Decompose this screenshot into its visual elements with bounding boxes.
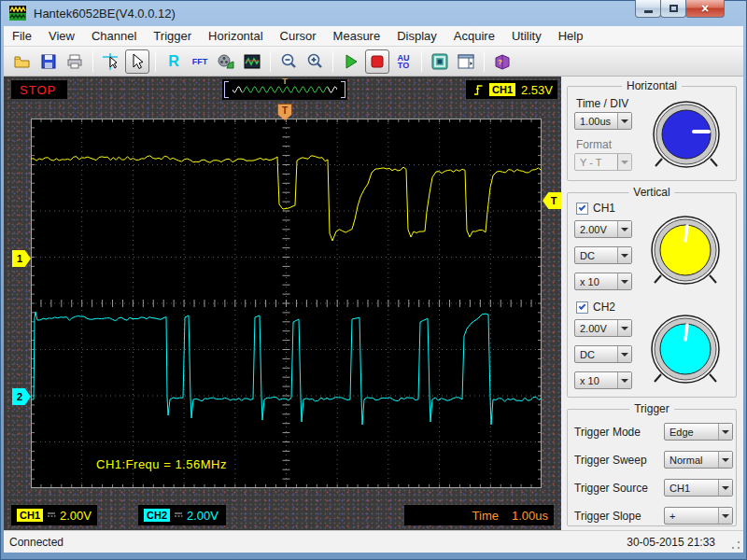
toolbar-separator <box>484 51 485 72</box>
trigger-slope-select[interactable]: + <box>664 507 733 525</box>
ch2-checkbox[interactable] <box>576 301 588 314</box>
menu-channel[interactable]: Channel <box>83 27 145 45</box>
minimize-button[interactable] <box>635 0 661 18</box>
chevron-down-icon <box>617 372 631 388</box>
ch1-readout: CH1 2.00V <box>11 505 97 525</box>
ch1-zero-marker[interactable]: 1 <box>12 250 31 267</box>
trigger-source-value: CH1 <box>669 483 690 494</box>
reference-button[interactable]: R <box>162 49 186 74</box>
save-icon <box>39 52 58 71</box>
toolbar: R FFT <box>4 47 743 77</box>
print-icon <box>65 52 84 71</box>
dc-coupling-icon <box>47 511 56 520</box>
fullscreen-button[interactable] <box>428 49 452 74</box>
fullscreen-icon <box>430 52 449 71</box>
ch2-volts-div: 2.00V <box>187 509 218 523</box>
time-div-label: Time / DIV <box>576 97 628 110</box>
waveform-display-button[interactable] <box>240 49 264 74</box>
menu-utility[interactable]: Utility <box>503 27 550 45</box>
help-button[interactable]: ? <box>490 49 514 74</box>
fft-icon: FFT <box>192 58 208 65</box>
time-div-value: 1.00us <box>580 116 611 127</box>
open-file-button[interactable] <box>10 49 35 74</box>
menu-trigger[interactable]: Trigger <box>145 27 200 45</box>
scope-grid-and-traces <box>31 119 542 488</box>
zoom-in-button[interactable] <box>303 49 327 74</box>
maximize-button[interactable] <box>660 0 686 18</box>
status-bar: Connected 30-05-2015 21:33 <box>4 530 743 553</box>
trigger-level-marker[interactable]: T <box>543 192 561 209</box>
preview-right-bracket-icon <box>341 81 345 98</box>
chevron-down-icon <box>617 346 631 362</box>
film-reel-icon <box>217 52 235 71</box>
preview-left-bracket-icon <box>224 81 229 98</box>
reference-icon: R <box>168 53 179 70</box>
menu-help[interactable]: Help <box>550 27 592 45</box>
record-button[interactable] <box>214 49 238 74</box>
ch1-position-knob[interactable] <box>649 214 722 287</box>
play-icon <box>342 52 360 71</box>
resize-grip-icon[interactable] <box>729 539 741 551</box>
ch2-zero-marker[interactable]: 2 <box>12 388 31 405</box>
menu-view[interactable]: View <box>40 27 83 45</box>
app-window: Hantek6052BE(V4.0.0.12) × File View Chan… <box>0 0 747 560</box>
ch2-probe-value: x 10 <box>580 375 599 386</box>
toolbar-separator <box>155 51 156 72</box>
window-layout-button[interactable] <box>454 49 478 74</box>
trigger-mode-select[interactable]: Edge <box>664 423 733 441</box>
trigger-slope-label: Trigger Slope <box>574 510 641 523</box>
menu-measure[interactable]: Measure <box>325 27 389 45</box>
connection-status: Connected <box>4 536 627 549</box>
fft-button[interactable]: FFT <box>188 49 212 74</box>
save-button[interactable] <box>36 49 61 74</box>
ch2-badge: CH2 <box>144 509 170 522</box>
ch1-probe-select[interactable]: x 10 <box>574 273 632 290</box>
select-arrow-button[interactable] <box>125 49 149 74</box>
menu-display[interactable]: Display <box>388 27 445 45</box>
horizontal-knob[interactable] <box>651 99 722 170</box>
menu-file[interactable]: File <box>4 27 40 45</box>
ch1-volts-select[interactable]: 2.00V <box>574 220 632 238</box>
time-value: 1.00us <box>512 509 548 523</box>
ch2-coupling-value: DC <box>580 349 595 360</box>
main-area: STOP T CH1 2.53V CH1:Frequ = 1.56MHz <box>4 77 743 530</box>
acquisition-status: STOP <box>20 83 56 97</box>
ch2-coupling-select[interactable]: DC <box>574 345 632 363</box>
dc-coupling-icon <box>174 511 183 520</box>
menu-acquire[interactable]: Acquire <box>445 27 503 45</box>
trigger-source-select[interactable]: CH1 <box>664 479 733 497</box>
close-button[interactable]: × <box>685 0 725 18</box>
menu-cursor[interactable]: Cursor <box>272 27 325 45</box>
toolbar-separator <box>332 51 333 72</box>
cursor-measure-button[interactable] <box>99 49 123 74</box>
toolbar-separator <box>92 51 93 72</box>
ch2-readout: CH2 2.00V <box>138 505 226 525</box>
preview-trigger-marker: T <box>282 77 288 86</box>
ch1-volts-div: 2.00V <box>60 509 92 523</box>
waveform-icon <box>243 52 261 71</box>
start-button[interactable] <box>339 49 363 74</box>
maximize-icon <box>669 5 678 12</box>
stop-square-icon <box>368 52 387 71</box>
zoom-out-button[interactable] <box>276 49 301 74</box>
menu-horizontal[interactable]: Horizontal <box>200 27 272 45</box>
ch1-checkbox[interactable] <box>576 203 588 215</box>
ch1-enable-row: CH1 <box>576 202 615 215</box>
ch2-volts-select[interactable]: 2.00V <box>574 319 632 337</box>
acquisition-status-box: STOP <box>11 80 67 99</box>
trigger-group-title: Trigger <box>629 402 674 415</box>
ch1-coupling-select[interactable]: DC <box>574 246 632 264</box>
time-label: Time <box>472 509 499 523</box>
minimize-icon <box>644 10 653 13</box>
stop-acquire-button[interactable] <box>365 49 389 74</box>
ch2-probe-select[interactable]: x 10 <box>574 371 632 389</box>
ch2-position-knob[interactable] <box>649 313 722 385</box>
format-value: Y - T <box>580 157 601 168</box>
time-div-select[interactable]: 1.00us <box>574 112 632 130</box>
zoom-in-icon <box>305 52 324 71</box>
print-button[interactable] <box>63 49 87 74</box>
buffer-preview[interactable]: T <box>222 79 347 100</box>
trigger-sweep-select[interactable]: Normal <box>664 451 733 469</box>
autoset-button[interactable]: AU TO <box>391 49 416 74</box>
title-bar: Hantek6052BE(V4.0.0.12) × <box>0 0 747 26</box>
